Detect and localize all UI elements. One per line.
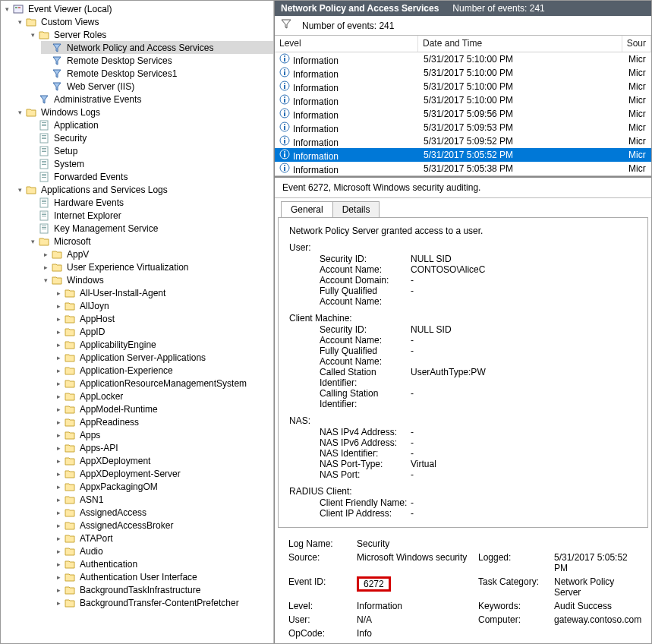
tree-windows[interactable]: ▾ Windows [41,273,273,286]
twisty-icon[interactable]: ▸ [41,251,51,258]
tree-item[interactable]: ▸ AppxPackagingOM [54,480,273,493]
tree-root[interactable]: ▾ Event Viewer (Local) [2,2,273,15]
tree-item[interactable]: Remote Desktop Services1 [41,67,273,80]
tree-apps-services-logs[interactable]: ▾ Applications and Services Logs [15,183,273,196]
event-grid[interactable]: Level Date and Time Sour Information 5/3… [275,36,651,176]
col-level[interactable]: Level [275,36,418,52]
tab-general[interactable]: General [281,201,333,217]
tree-item[interactable]: ▸ ApplicationResourceManagementSystem [54,377,273,390]
grid-header[interactable]: Level Date and Time Sour [275,36,651,52]
twisty-icon[interactable]: ▾ [28,238,38,245]
tree-item[interactable]: ▸ BackgroundTaskInfrastructure [54,583,273,596]
grid-row[interactable]: Information 5/31/2017 5:10:00 PM Micr [275,93,651,107]
tree-item[interactable]: ▸ Authentication User Interface [54,570,273,583]
twisty-icon[interactable]: ▸ [54,367,64,374]
tree-item[interactable]: ▸ User Experience Virtualization [41,260,273,273]
grid-row[interactable]: Information 5/31/2017 5:10:00 PM Micr [275,52,651,66]
tree-microsoft[interactable]: ▾ Microsoft [28,235,273,248]
tree-item[interactable]: ▸ Application-Experience [54,364,273,377]
tree-item[interactable]: ▸ ATAPort [54,532,273,545]
tree-item[interactable]: ▸ Apps [54,428,273,441]
col-date[interactable]: Date and Time [418,36,622,52]
tree-item[interactable]: ▸ AppXDeployment [54,454,273,467]
tree-item[interactable]: ▸ AllJoyn [54,299,273,312]
tree-pane[interactable]: ▾ Event Viewer (Local) ▾ Custom Views [1,1,274,643]
tree-item[interactable]: ▸ AppModel-Runtime [54,402,273,415]
twisty-icon[interactable]: ▸ [54,509,64,516]
tree-item[interactable]: Network Policy and Access Services [41,41,273,54]
twisty-icon[interactable]: ▸ [54,586,64,594]
twisty-icon[interactable]: ▸ [54,560,64,568]
twisty-icon[interactable]: ▾ [2,5,12,13]
twisty-icon[interactable]: ▸ [54,328,64,336]
twisty-icon[interactable]: ▸ [54,548,64,555]
grid-row[interactable]: Information 5/31/2017 5:09:53 PM Micr [275,121,651,134]
tree-item[interactable]: ▸ ApplicabilityEngine [54,338,273,351]
twisty-icon[interactable]: ▸ [41,264,51,271]
twisty-icon[interactable]: ▸ [54,341,64,349]
twisty-icon[interactable]: ▸ [54,522,64,529]
tree-item[interactable]: Remote Desktop Services [41,54,273,67]
twisty-icon[interactable]: ▾ [41,276,51,284]
tree-custom-views[interactable]: ▾ Custom Views [15,15,273,28]
tree-item[interactable]: ▸ AppReadiness [54,415,273,428]
tree-item[interactable]: ▸ AppLocker [54,390,273,402]
grid-row[interactable]: Information 5/31/2017 5:09:56 PM Micr [275,107,651,121]
tree-item[interactable]: System [28,157,273,170]
tree-item[interactable]: ▸ Audio [54,545,273,557]
twisty-icon[interactable]: ▸ [54,289,64,297]
twisty-icon[interactable]: ▸ [54,599,64,607]
col-source[interactable]: Sour [622,36,651,52]
twisty-icon[interactable]: ▾ [15,186,25,194]
twisty-icon[interactable]: ▸ [54,393,64,400]
tree-admin-events[interactable]: Administrative Events [28,93,273,106]
tree-item[interactable]: ▸ ASN1 [54,493,273,506]
twisty-icon[interactable]: ▸ [54,496,64,504]
twisty-icon[interactable]: ▸ [54,470,64,478]
twisty-icon[interactable]: ▸ [54,380,64,387]
tree-item[interactable]: Security [28,131,273,144]
funnel-icon[interactable] [281,19,291,32]
grid-row[interactable]: Information 5/31/2017 5:05:38 PM Micr [275,162,651,175]
tree-item[interactable]: ▸ Apps-API [54,441,273,454]
tab-details[interactable]: Details [332,201,380,217]
grid-row[interactable]: Information 5/31/2017 5:10:00 PM Micr [275,80,651,93]
tree-item[interactable]: ▸ BackgroundTransfer-ContentPrefetcher [54,596,273,609]
tree-item[interactable]: ▸ Authentication [54,557,273,570]
tree-item[interactable]: Hardware Events [28,196,273,209]
twisty-icon[interactable]: ▸ [54,354,64,361]
twisty-icon[interactable]: ▾ [28,31,38,39]
twisty-icon[interactable]: ▸ [54,315,64,323]
tree-item[interactable]: ▸ AppHost [54,312,273,325]
tree-item[interactable]: ▸ AssignedAccessBroker [54,519,273,532]
twisty-icon[interactable]: ▾ [15,18,25,26]
tree-windows-logs[interactable]: ▾ Windows Logs [15,106,273,118]
twisty-icon[interactable]: ▸ [54,535,64,542]
tree-item[interactable]: ▸ Application Server-Applications [54,351,273,364]
twisty-icon[interactable]: ▸ [54,483,64,491]
twisty-icon[interactable]: ▸ [54,444,64,452]
tree-item[interactable]: Key Management Service [28,222,273,235]
twisty-icon[interactable]: ▸ [54,457,64,465]
tree-item[interactable]: Web Server (IIS) [41,80,273,93]
twisty-icon[interactable]: ▸ [54,302,64,310]
tree-item[interactable]: ▸ AppV [41,248,273,260]
twisty-icon[interactable]: ▸ [54,406,64,413]
tree-item[interactable]: ▸ AppXDeployment-Server [54,467,273,480]
detail-body[interactable]: Network Policy Server granted access to … [278,217,648,528]
twisty-icon[interactable]: ▸ [54,573,64,581]
grid-row[interactable]: Information 5/31/2017 5:10:00 PM Micr [275,66,651,80]
tree-item[interactable]: ▸ AppID [54,325,273,338]
tree-server-roles[interactable]: ▾ Server Roles [28,28,273,41]
tree-item[interactable]: Forwarded Events [28,170,273,183]
tree-item[interactable]: ▸ All-User-Install-Agent [54,286,273,299]
tree-item[interactable]: Application [28,118,273,131]
twisty-icon[interactable]: ▸ [54,418,64,426]
grid-row[interactable]: Information 5/31/2017 5:05:52 PM Micr [275,148,651,162]
grid-row[interactable]: Information 5/31/2017 5:09:52 PM Micr [275,134,651,148]
tree-item[interactable]: Setup [28,144,273,157]
tree-item[interactable]: ▸ AssignedAccess [54,506,273,519]
tree-item[interactable]: Internet Explorer [28,209,273,222]
twisty-icon[interactable]: ▾ [15,109,25,116]
twisty-icon[interactable]: ▸ [54,431,64,439]
